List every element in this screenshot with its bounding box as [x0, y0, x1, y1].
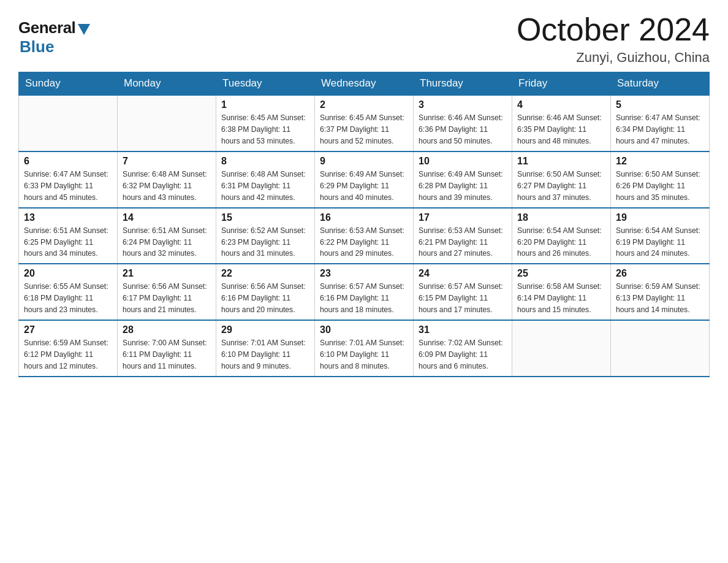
day-info: Sunrise: 6:53 AM Sunset: 6:21 PM Dayligh…	[419, 225, 507, 260]
day-number: 2	[320, 99, 408, 110]
day-info: Sunrise: 6:59 AM Sunset: 6:12 PM Dayligh…	[24, 337, 112, 372]
day-info: Sunrise: 6:47 AM Sunset: 6:34 PM Dayligh…	[616, 112, 704, 147]
day-of-week-header: Thursday	[414, 72, 512, 96]
calendar-cell	[19, 95, 118, 151]
day-info: Sunrise: 6:46 AM Sunset: 6:36 PM Dayligh…	[419, 112, 507, 147]
month-title: October 2024	[517, 12, 710, 47]
day-number: 20	[24, 268, 112, 279]
title-area: October 2024 Zunyi, Guizhou, China	[517, 12, 710, 66]
calendar-cell: 21Sunrise: 6:56 AM Sunset: 6:17 PM Dayli…	[118, 264, 216, 320]
day-info: Sunrise: 7:02 AM Sunset: 6:09 PM Dayligh…	[419, 337, 507, 372]
day-info: Sunrise: 6:51 AM Sunset: 6:25 PM Dayligh…	[24, 225, 112, 260]
day-number: 8	[221, 156, 309, 167]
calendar-header: SundayMondayTuesdayWednesdayThursdayFrid…	[19, 72, 710, 96]
day-number: 9	[320, 156, 408, 167]
calendar-week-row: 20Sunrise: 6:55 AM Sunset: 6:18 PM Dayli…	[19, 264, 710, 320]
day-info: Sunrise: 6:54 AM Sunset: 6:20 PM Dayligh…	[517, 225, 605, 260]
day-of-week-header: Friday	[512, 72, 611, 96]
day-number: 15	[221, 212, 309, 223]
calendar-week-row: 1Sunrise: 6:45 AM Sunset: 6:38 PM Daylig…	[19, 95, 710, 151]
day-info: Sunrise: 6:56 AM Sunset: 6:16 PM Dayligh…	[221, 281, 309, 316]
calendar-cell: 19Sunrise: 6:54 AM Sunset: 6:19 PM Dayli…	[611, 208, 710, 264]
calendar-cell: 14Sunrise: 6:51 AM Sunset: 6:24 PM Dayli…	[118, 208, 216, 264]
calendar-week-row: 6Sunrise: 6:47 AM Sunset: 6:33 PM Daylig…	[19, 151, 710, 208]
day-number: 25	[517, 268, 605, 279]
day-info: Sunrise: 6:49 AM Sunset: 6:29 PM Dayligh…	[320, 169, 408, 204]
calendar-cell: 11Sunrise: 6:50 AM Sunset: 6:27 PM Dayli…	[512, 151, 611, 208]
day-number: 24	[419, 268, 507, 279]
day-info: Sunrise: 6:55 AM Sunset: 6:18 PM Dayligh…	[24, 281, 112, 316]
day-of-week-header: Monday	[118, 72, 216, 96]
calendar-cell: 23Sunrise: 6:57 AM Sunset: 6:16 PM Dayli…	[315, 264, 414, 320]
day-number: 28	[123, 324, 211, 335]
calendar-table: SundayMondayTuesdayWednesdayThursdayFrid…	[18, 72, 710, 377]
calendar-cell: 17Sunrise: 6:53 AM Sunset: 6:21 PM Dayli…	[414, 208, 512, 264]
day-info: Sunrise: 6:59 AM Sunset: 6:13 PM Dayligh…	[616, 281, 704, 316]
calendar-cell: 30Sunrise: 7:01 AM Sunset: 6:10 PM Dayli…	[315, 320, 414, 377]
calendar-cell: 10Sunrise: 6:49 AM Sunset: 6:28 PM Dayli…	[414, 151, 512, 208]
calendar-cell: 7Sunrise: 6:48 AM Sunset: 6:32 PM Daylig…	[118, 151, 216, 208]
day-number: 22	[221, 268, 309, 279]
day-info: Sunrise: 6:51 AM Sunset: 6:24 PM Dayligh…	[123, 225, 211, 260]
day-number: 11	[517, 156, 605, 167]
calendar-cell: 31Sunrise: 7:02 AM Sunset: 6:09 PM Dayli…	[414, 320, 512, 377]
day-info: Sunrise: 6:45 AM Sunset: 6:37 PM Dayligh…	[320, 112, 408, 147]
logo: General Blue	[18, 12, 90, 56]
day-info: Sunrise: 6:49 AM Sunset: 6:28 PM Dayligh…	[419, 169, 507, 204]
calendar-cell	[118, 95, 216, 151]
calendar-cell: 27Sunrise: 6:59 AM Sunset: 6:12 PM Dayli…	[19, 320, 118, 377]
day-number: 1	[221, 99, 309, 110]
day-number: 10	[419, 156, 507, 167]
day-number: 14	[123, 212, 211, 223]
day-info: Sunrise: 6:46 AM Sunset: 6:35 PM Dayligh…	[517, 112, 605, 147]
day-info: Sunrise: 6:52 AM Sunset: 6:23 PM Dayligh…	[221, 225, 309, 260]
day-info: Sunrise: 6:45 AM Sunset: 6:38 PM Dayligh…	[221, 112, 309, 147]
location-title: Zunyi, Guizhou, China	[517, 50, 710, 66]
day-number: 19	[616, 212, 704, 223]
day-info: Sunrise: 6:56 AM Sunset: 6:17 PM Dayligh…	[123, 281, 211, 316]
calendar-cell: 6Sunrise: 6:47 AM Sunset: 6:33 PM Daylig…	[19, 151, 118, 208]
day-info: Sunrise: 6:50 AM Sunset: 6:27 PM Dayligh…	[517, 169, 605, 204]
days-of-week-row: SundayMondayTuesdayWednesdayThursdayFrid…	[19, 72, 710, 96]
day-number: 17	[419, 212, 507, 223]
calendar-cell: 3Sunrise: 6:46 AM Sunset: 6:36 PM Daylig…	[414, 95, 512, 151]
day-number: 26	[616, 268, 704, 279]
day-number: 3	[419, 99, 507, 110]
day-of-week-header: Tuesday	[216, 72, 315, 96]
day-number: 30	[320, 324, 408, 335]
day-info: Sunrise: 6:57 AM Sunset: 6:15 PM Dayligh…	[419, 281, 507, 316]
day-info: Sunrise: 6:50 AM Sunset: 6:26 PM Dayligh…	[616, 169, 704, 204]
day-info: Sunrise: 6:54 AM Sunset: 6:19 PM Dayligh…	[616, 225, 704, 260]
day-number: 7	[123, 156, 211, 167]
calendar-cell: 15Sunrise: 6:52 AM Sunset: 6:23 PM Dayli…	[216, 208, 315, 264]
logo-triangle-icon	[78, 24, 90, 35]
calendar-cell	[512, 320, 611, 377]
calendar-cell: 25Sunrise: 6:58 AM Sunset: 6:14 PM Dayli…	[512, 264, 611, 320]
calendar-cell: 2Sunrise: 6:45 AM Sunset: 6:37 PM Daylig…	[315, 95, 414, 151]
day-info: Sunrise: 6:58 AM Sunset: 6:14 PM Dayligh…	[517, 281, 605, 316]
calendar-cell: 16Sunrise: 6:53 AM Sunset: 6:22 PM Dayli…	[315, 208, 414, 264]
day-info: Sunrise: 7:00 AM Sunset: 6:11 PM Dayligh…	[123, 337, 211, 372]
calendar-cell: 28Sunrise: 7:00 AM Sunset: 6:11 PM Dayli…	[118, 320, 216, 377]
day-info: Sunrise: 7:01 AM Sunset: 6:10 PM Dayligh…	[320, 337, 408, 372]
calendar-cell: 13Sunrise: 6:51 AM Sunset: 6:25 PM Dayli…	[19, 208, 118, 264]
day-of-week-header: Saturday	[611, 72, 710, 96]
day-number: 27	[24, 324, 112, 335]
day-of-week-header: Wednesday	[315, 72, 414, 96]
calendar-cell: 5Sunrise: 6:47 AM Sunset: 6:34 PM Daylig…	[611, 95, 710, 151]
calendar-cell	[611, 320, 710, 377]
day-number: 29	[221, 324, 309, 335]
calendar-cell: 29Sunrise: 7:01 AM Sunset: 6:10 PM Dayli…	[216, 320, 315, 377]
day-number: 5	[616, 99, 704, 110]
calendar-week-row: 13Sunrise: 6:51 AM Sunset: 6:25 PM Dayli…	[19, 208, 710, 264]
day-number: 18	[517, 212, 605, 223]
calendar-cell: 26Sunrise: 6:59 AM Sunset: 6:13 PM Dayli…	[611, 264, 710, 320]
day-info: Sunrise: 6:57 AM Sunset: 6:16 PM Dayligh…	[320, 281, 408, 316]
day-number: 31	[419, 324, 507, 335]
calendar-cell: 20Sunrise: 6:55 AM Sunset: 6:18 PM Dayli…	[19, 264, 118, 320]
logo-blue-text: Blue	[20, 37, 54, 56]
calendar-cell: 18Sunrise: 6:54 AM Sunset: 6:20 PM Dayli…	[512, 208, 611, 264]
calendar-cell: 12Sunrise: 6:50 AM Sunset: 6:26 PM Dayli…	[611, 151, 710, 208]
calendar-body: 1Sunrise: 6:45 AM Sunset: 6:38 PM Daylig…	[19, 95, 710, 377]
day-number: 6	[24, 156, 112, 167]
